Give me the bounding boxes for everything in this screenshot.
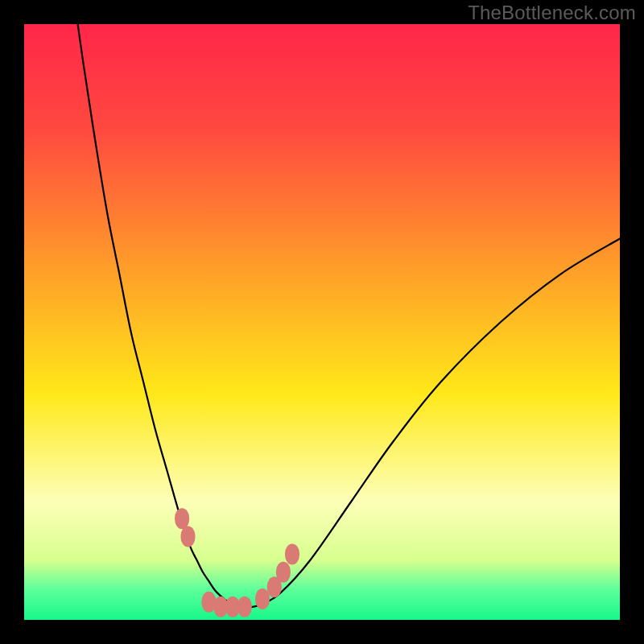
marker-dot	[276, 562, 291, 583]
marker-dot	[181, 526, 196, 547]
gradient-background	[24, 24, 620, 620]
plot-area	[24, 24, 620, 620]
bottleneck-chart	[24, 24, 620, 620]
marker-dot	[237, 597, 252, 617]
chart-frame: TheBottleneck.com	[0, 0, 644, 644]
marker-dot	[175, 508, 189, 529]
marker-dot	[255, 588, 270, 609]
watermark-text: TheBottleneck.com	[468, 2, 636, 24]
marker-dot	[285, 544, 299, 565]
